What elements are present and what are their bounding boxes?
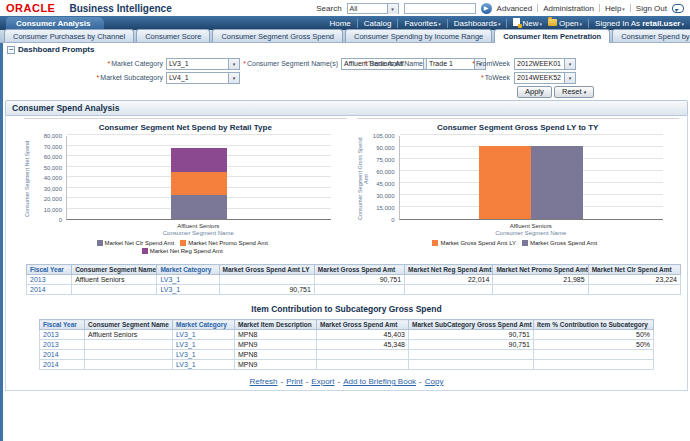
divider bbox=[537, 4, 538, 12]
sign-out-link[interactable]: Sign Out bbox=[636, 4, 667, 13]
divider bbox=[630, 4, 631, 12]
column-header[interactable]: Market Category bbox=[157, 265, 219, 275]
help-menu[interactable]: Help▾ bbox=[605, 4, 625, 13]
chevron-down-icon: ▾ bbox=[580, 21, 583, 27]
tab-consumer-score[interactable]: Consumer Score bbox=[136, 29, 210, 42]
add-to-briefing-book-link[interactable]: Add to Briefing Book bbox=[343, 377, 416, 386]
table-cell: 90,751 bbox=[314, 275, 404, 285]
nav-open[interactable]: Open▾ bbox=[548, 19, 582, 28]
tab-consumer-spending-by-income-range[interactable]: Consumer Spending by Income Range bbox=[345, 29, 492, 42]
tab-consumer-segment-gross-spend[interactable]: Consumer Segment Gross Spend bbox=[212, 29, 343, 42]
search-go-icon[interactable]: ▶ bbox=[481, 3, 492, 14]
drill-link[interactable]: 2013 bbox=[43, 341, 59, 348]
y-tick-label: 30,000 bbox=[376, 193, 394, 199]
tab-consumer-spend-by-category[interactable]: Consumer Spend by Category bbox=[612, 29, 690, 42]
table-cell: 50% bbox=[534, 330, 654, 340]
market-subcategory-select[interactable]: LV4_1▾ bbox=[166, 72, 240, 84]
table-cell: 22,014 bbox=[405, 275, 493, 285]
column-header: Market Gross Spend Amt bbox=[314, 265, 404, 275]
bar[interactable] bbox=[531, 146, 583, 219]
y-tick-label: 50,000 bbox=[44, 165, 62, 171]
drill-link[interactable]: LV3_1 bbox=[176, 341, 196, 348]
bar-segment[interactable] bbox=[171, 148, 227, 171]
chevron-down-icon[interactable]: ▾ bbox=[228, 73, 239, 83]
to-week-select[interactable]: 2014WEEK52▾ bbox=[514, 72, 576, 84]
column-header[interactable]: Fiscal Year bbox=[40, 320, 85, 330]
table-row: 2014LV3_1MPN9 bbox=[40, 360, 654, 370]
y-tick-label: 90,000 bbox=[376, 145, 394, 151]
collapse-icon[interactable]: − bbox=[7, 46, 15, 54]
product-title: Business Intelligence bbox=[69, 3, 171, 14]
nav-home[interactable]: Home bbox=[329, 19, 350, 28]
legend-swatch bbox=[180, 240, 186, 246]
column-header[interactable]: Fiscal Year bbox=[27, 265, 72, 275]
legend-item: Market Net Promo Spend Amt bbox=[180, 240, 268, 246]
gridline bbox=[67, 134, 331, 135]
search-input[interactable] bbox=[404, 3, 476, 14]
apply-button[interactable]: Apply bbox=[517, 86, 552, 98]
sub-tab-bar: Consumer Purchases by ChannelConsumer Sc… bbox=[0, 30, 690, 43]
drill-link[interactable]: LV3_1 bbox=[160, 286, 180, 293]
consumer-segment-label: *Consumer Segment Name(s) bbox=[203, 58, 338, 70]
chevron-down-icon[interactable]: ▾ bbox=[387, 4, 398, 14]
refresh-link[interactable]: Refresh bbox=[250, 377, 278, 386]
table-cell: 2014 bbox=[40, 350, 85, 360]
nav-favorites[interactable]: Favorites▾ bbox=[404, 19, 440, 28]
table-cell: LV3_1 bbox=[173, 350, 235, 360]
bar-segment[interactable] bbox=[171, 172, 227, 195]
search-scope-select[interactable]: All ▾ bbox=[347, 3, 399, 14]
report-links: Refresh-Print-Export-Add to Briefing Boo… bbox=[6, 377, 687, 386]
column-header[interactable]: Market Category bbox=[173, 320, 235, 330]
drill-link[interactable]: 2013 bbox=[30, 276, 46, 283]
column-header: Market Item Description bbox=[235, 320, 317, 330]
y-tick-label: 40,000 bbox=[44, 175, 62, 181]
drill-link[interactable]: LV3_1 bbox=[176, 331, 196, 338]
tab-consumer-item-penetration[interactable]: Consumer Item Penetration bbox=[494, 29, 610, 43]
column-header: Consumer Segment Name bbox=[72, 265, 157, 275]
chevron-down-icon[interactable]: ▾ bbox=[564, 59, 575, 69]
y-tick-label: 45,000 bbox=[376, 181, 394, 187]
plot-area[interactable] bbox=[399, 136, 664, 220]
table-cell bbox=[317, 350, 409, 360]
top-bar: ORACLE Business Intelligence Search All … bbox=[0, 0, 690, 16]
y-axis: 010,00020,00030,00040,00050,00060,00070,… bbox=[34, 136, 66, 222]
signed-in-as[interactable]: Signed In As retail.user▾ bbox=[595, 19, 684, 28]
tab-consumer-purchases-by-channel[interactable]: Consumer Purchases by Channel bbox=[4, 29, 134, 42]
nav-new[interactable]: New▾ bbox=[513, 18, 542, 28]
oracle-logo: ORACLE bbox=[6, 2, 55, 14]
stacked-bar[interactable] bbox=[171, 148, 227, 219]
print-link[interactable]: Print bbox=[286, 377, 302, 386]
from-week-select[interactable]: 2012WEEK01▾ bbox=[514, 58, 576, 70]
drill-link[interactable]: LV3_1 bbox=[160, 276, 180, 283]
drill-link[interactable]: LV3_1 bbox=[176, 351, 196, 358]
drill-link[interactable]: 2014 bbox=[43, 361, 59, 368]
y-tick-label: 60,000 bbox=[376, 169, 394, 175]
legend-item: Market Net Reg Spend Amt bbox=[142, 248, 223, 254]
reset-button[interactable]: Reset ▾ bbox=[554, 86, 594, 98]
drill-link[interactable]: 2014 bbox=[30, 286, 46, 293]
market-subcategory-label: *Market Subcategory bbox=[43, 72, 163, 84]
chevron-down-icon[interactable]: ▾ bbox=[564, 73, 575, 83]
drill-link[interactable]: 2013 bbox=[43, 331, 59, 338]
plot-area[interactable] bbox=[66, 136, 331, 220]
y-tick-label: 10,000 bbox=[44, 207, 62, 213]
nav-catalog[interactable]: Catalog bbox=[364, 19, 392, 28]
speech-bubble-icon[interactable] bbox=[672, 4, 684, 13]
administration-link[interactable]: Administration bbox=[543, 4, 594, 13]
copy-link[interactable]: Copy bbox=[425, 377, 444, 386]
x-category-label: Affluent Seniors bbox=[399, 223, 664, 229]
bar[interactable] bbox=[479, 146, 531, 219]
advanced-link[interactable]: Advanced bbox=[497, 4, 533, 13]
column-header: Market Net Promo Spend Amt bbox=[493, 265, 588, 275]
drill-link[interactable]: LV3_1 bbox=[176, 361, 196, 368]
chart-legend: Market Gross Spend Amt LYMarket Gross Sp… bbox=[393, 240, 643, 248]
table-cell bbox=[85, 350, 173, 360]
table-cell: MPN9 bbox=[235, 340, 317, 350]
bar-segment[interactable] bbox=[171, 195, 227, 219]
table-cell: 2013 bbox=[27, 275, 72, 285]
table-cell: LV3_1 bbox=[173, 360, 235, 370]
nav-dashboards[interactable]: Dashboards▾ bbox=[454, 19, 501, 28]
drill-link[interactable]: 2014 bbox=[43, 351, 59, 358]
export-link[interactable]: Export bbox=[311, 377, 334, 386]
legend-swatch bbox=[97, 240, 103, 246]
